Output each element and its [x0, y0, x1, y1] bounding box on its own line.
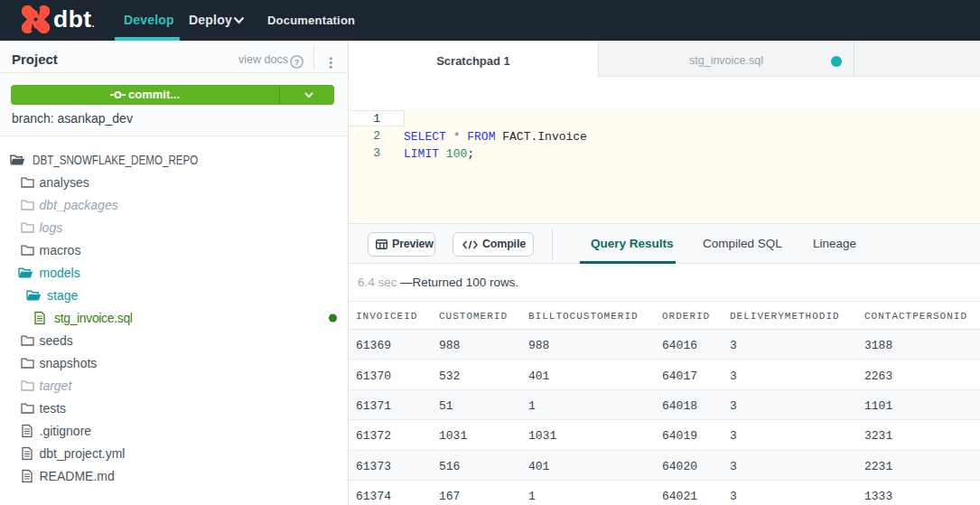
svg-text:?: ? — [294, 57, 300, 67]
